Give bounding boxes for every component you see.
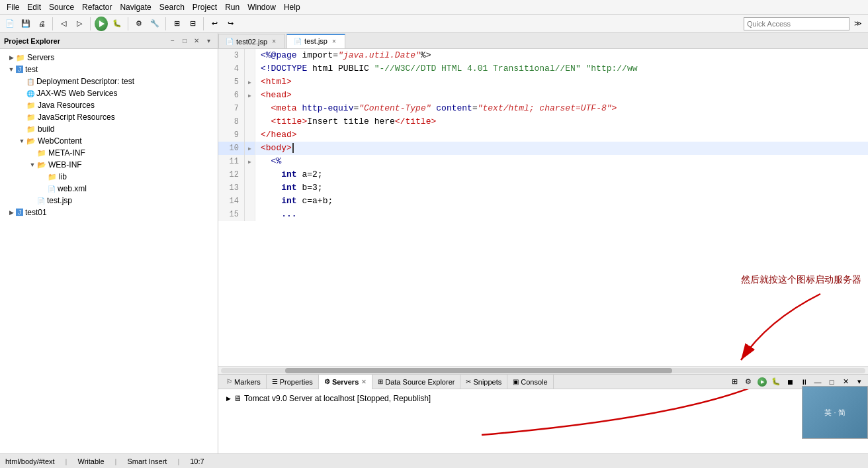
tree-testjsp[interactable]: 📄 test.jsp <box>0 195 218 207</box>
toolbar-sep-1 <box>52 17 53 30</box>
tab-datasource[interactable]: ⊞ Data Source Explorer <box>372 375 460 389</box>
next-edit-button[interactable]: ▷ <box>72 17 87 31</box>
lib-icon: 📁 <box>48 173 57 181</box>
line-number-12: 12 <box>218 168 245 181</box>
scroll-thumb[interactable] <box>285 368 672 373</box>
tree-test01[interactable]: ▶ 🅹 test01 <box>0 207 218 218</box>
tab-snippets[interactable]: ✂ Snippets <box>460 375 507 389</box>
tree-servers[interactable]: ▶ 📁 Servers <box>0 52 218 64</box>
tree-deployment[interactable]: 📋 Deployment Descriptor: test <box>0 75 218 87</box>
redo-button[interactable]: ↪ <box>223 17 238 31</box>
status-bar: html/body/#text | Writable | Smart Inser… <box>0 453 868 468</box>
servers-tab-close[interactable]: ✕ <box>361 379 367 385</box>
tree-js-resources[interactable]: 📁 JavaScript Resources <box>0 111 218 123</box>
tab-test02jsp-close[interactable]: × <box>270 38 278 46</box>
line-number-11: 11 <box>218 155 245 168</box>
save-button[interactable]: 💾 <box>19 17 33 31</box>
toolbar-sep-4 <box>165 17 166 30</box>
line-gutter-15 <box>245 208 255 221</box>
line-content-14: int c=a+b; <box>255 195 333 208</box>
tab-markers[interactable]: ⚐ Markers <box>221 375 267 389</box>
code-line-7: 7 <meta http-equiv="Content-Type" conten… <box>218 102 868 115</box>
build-label: build <box>38 124 54 134</box>
scroll-track[interactable] <box>221 368 865 373</box>
properties-icon: ☰ <box>272 378 278 385</box>
quick-access-input[interactable] <box>744 17 849 30</box>
minimize-button[interactable]: − <box>167 36 178 46</box>
tab-test02jsp-icon: 📄 <box>226 38 234 45</box>
view-menu-button[interactable]: ▾ <box>203 36 214 46</box>
stop-server-button[interactable]: ⏹ <box>784 376 796 388</box>
debug-server-button[interactable]: 🐛 <box>770 376 782 388</box>
perspective-button[interactable]: ⊞ <box>169 17 184 31</box>
close-sidebar-button[interactable]: ✕ <box>191 36 202 46</box>
tree-lib[interactable]: 📁 lib <box>0 171 218 183</box>
menu-search[interactable]: Search <box>155 1 189 13</box>
line-content-7: <meta http-equiv="Content-Type" content=… <box>255 102 617 115</box>
prev-edit-button[interactable]: ◁ <box>56 17 71 31</box>
menu-navigate[interactable]: Navigate <box>116 1 155 13</box>
line-content-5: <html> <box>255 75 292 89</box>
line-content-11: <% <box>255 155 281 168</box>
tree-jaxws[interactable]: 🌐 JAX-WS Web Services <box>0 87 218 99</box>
tools-button[interactable]: 🔧 <box>148 17 162 31</box>
tab-test02jsp[interactable]: 📄 test02.jsp × <box>218 34 285 48</box>
code-editor[interactable]: 3 <%@page import="java.util.Date"%> 4 <!… <box>218 49 868 366</box>
tab-testjsp[interactable]: 📄 test.jsp × <box>286 34 345 48</box>
tree-build[interactable]: 📁 build <box>0 123 218 135</box>
menu-file[interactable]: File <box>3 1 23 13</box>
tab-console[interactable]: ▣ Console <box>507 375 553 389</box>
toolbar-more-button[interactable]: ≫ <box>851 17 865 31</box>
menu-edit[interactable]: Edit <box>23 1 45 13</box>
tree-meta-inf[interactable]: 📁 META-INF <box>0 147 218 159</box>
views-button[interactable]: ⊟ <box>185 17 200 31</box>
run-icon[interactable] <box>95 17 108 31</box>
tab-servers[interactable]: ⚙ Servers ✕ <box>319 375 372 389</box>
run-button[interactable] <box>94 17 108 31</box>
status-path: html/body/#text <box>5 457 55 465</box>
expand-test-icon: ▼ <box>8 66 15 73</box>
line-content-6: <head> <box>255 89 292 102</box>
line-content-9: </head> <box>255 128 297 142</box>
test-project-icon: 🅹 <box>16 66 23 73</box>
menu-source[interactable]: Source <box>45 1 78 13</box>
tree-webcontent[interactable]: ▼ 📂 WebContent <box>0 135 218 147</box>
status-insert-mode: Smart Insert <box>127 457 167 465</box>
tab-properties[interactable]: ☰ Properties <box>267 375 319 389</box>
properties-label: Properties <box>280 378 313 386</box>
menu-project[interactable]: Project <box>189 1 221 13</box>
new-button[interactable]: 📄 <box>3 17 17 31</box>
tree-webxml[interactable]: 📄 web.xml <box>0 183 218 195</box>
maximize-button[interactable]: □ <box>179 36 190 46</box>
web-inf-label: WEB-INF <box>48 160 82 169</box>
horizontal-scrollbar[interactable] <box>218 366 868 374</box>
menu-run[interactable]: Run <box>221 1 243 13</box>
start-server-button[interactable]: ▶ <box>756 376 768 388</box>
external-tools-button[interactable]: ⚙ <box>132 17 146 31</box>
undo-button[interactable]: ↩ <box>207 17 222 31</box>
debug-button[interactable]: 🐛 <box>110 17 124 31</box>
server-settings-button[interactable]: ⚙ <box>742 376 754 388</box>
tree-java-resources[interactable]: 📁 Java Resources <box>0 99 218 111</box>
menu-help[interactable]: Help <box>280 1 304 13</box>
markers-icon: ⚐ <box>226 378 232 385</box>
testjsp-label: test.jsp <box>47 196 72 205</box>
quick-access-area <box>744 17 849 30</box>
line-gutter-8 <box>245 115 255 128</box>
print-button[interactable]: 🖨 <box>34 17 49 31</box>
server-row[interactable]: ▶ 🖥 Tomcat v9.0 Server at localhost [Sto… <box>224 392 863 405</box>
tree-test-project[interactable]: ▼ 🅹 test <box>0 64 218 75</box>
new-server-button[interactable]: ⊞ <box>728 376 740 388</box>
start-server-arrow <box>224 405 554 445</box>
code-line-12: 12 int a=2; <box>218 168 868 181</box>
tree-web-inf[interactable]: ▼ 📂 WEB-INF <box>0 159 218 171</box>
expand-servers-icon: ▶ <box>8 54 15 61</box>
bottom-tab-bar: ⚐ Markers ☰ Properties ⚙ Servers ✕ ⊞ Dat… <box>218 375 868 389</box>
tab-testjsp-close[interactable]: × <box>330 37 338 45</box>
line-gutter-5: ▶ <box>245 75 255 89</box>
menu-refactor[interactable]: Refactor <box>78 1 116 13</box>
webxml-icon: 📄 <box>48 185 56 193</box>
line-gutter-4 <box>245 62 255 75</box>
line-number-8: 8 <box>218 115 245 128</box>
menu-window[interactable]: Window <box>243 1 280 13</box>
